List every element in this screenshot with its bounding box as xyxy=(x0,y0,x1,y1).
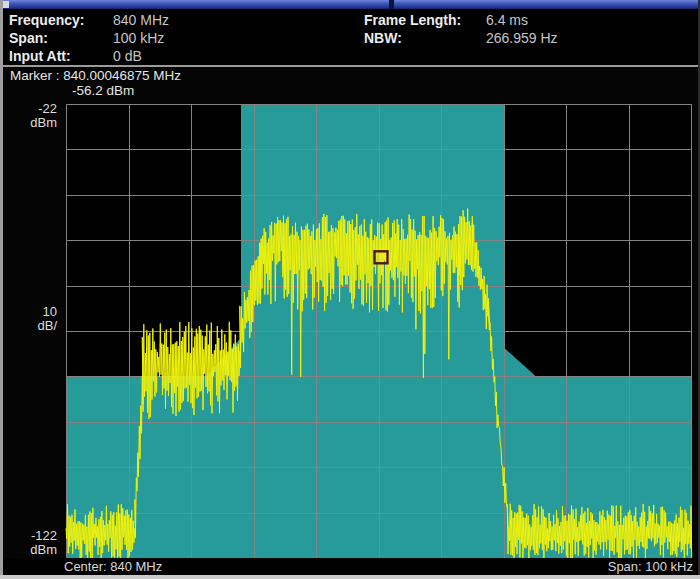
header-separator xyxy=(0,65,700,67)
title-bar-divider xyxy=(389,0,394,9)
marker-frequency: 840.00046875 MHz xyxy=(63,68,181,83)
marker-readout: Marker : 840.00046875 MHz -56.2 dBm xyxy=(10,68,410,98)
span-footer-label: Span: 100 kHz xyxy=(608,559,693,574)
title-bar xyxy=(0,0,700,9)
analyzer-screen: Frequency: 840 MHz Span: 100 kHz Input A… xyxy=(0,0,700,579)
marker-level: -56.2 dBm xyxy=(10,83,410,98)
bottom-level-label: -122 dBm xyxy=(0,529,57,557)
screen-edge-bottom xyxy=(0,575,700,579)
ref-level-label: -22 dBm xyxy=(0,102,57,130)
marker-label: Marker : xyxy=(10,68,60,83)
center-frequency-label: Center: 840 MHz xyxy=(64,559,162,574)
scale-per-div-label: 10 dB/ xyxy=(0,305,57,333)
marker-frequency-line: Marker : 840.00046875 MHz xyxy=(10,68,410,83)
footer-bar: Center: 840 MHz Span: 100 kHz xyxy=(0,558,700,575)
marker-dot xyxy=(380,256,383,259)
title-bar-tick xyxy=(3,1,9,8)
screen-edge-left xyxy=(0,0,3,579)
